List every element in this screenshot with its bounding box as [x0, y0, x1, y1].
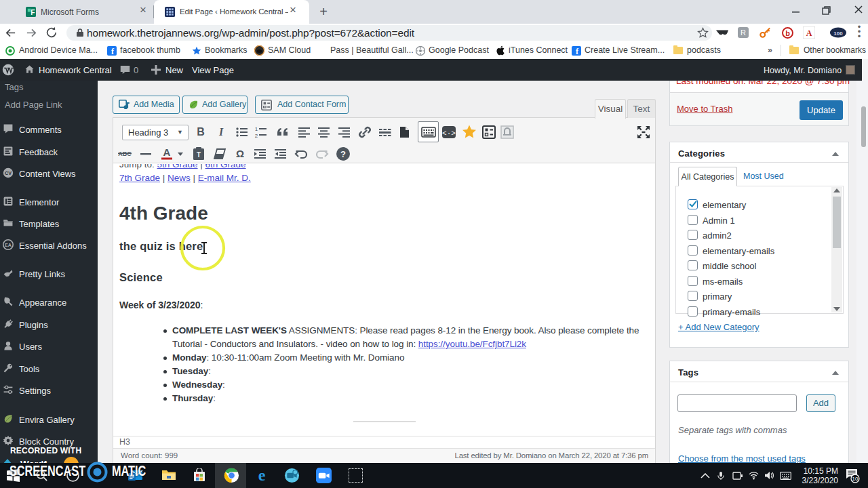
svg-text:1: 1 — [255, 126, 258, 132]
svg-text:A: A — [163, 146, 171, 158]
svg-text:A: A — [806, 28, 812, 38]
svg-text:T: T — [197, 151, 201, 159]
svg-text:R: R — [741, 28, 746, 37]
svg-text:EA: EA — [5, 242, 12, 248]
svg-text:<·>: <·> — [442, 129, 456, 138]
svg-text:b: b — [785, 29, 790, 37]
svg-text:CV: CV — [5, 170, 12, 176]
svg-text:F: F — [31, 9, 35, 16]
svg-text:2: 2 — [255, 133, 258, 139]
svg-text:10: 10 — [852, 476, 859, 482]
svg-text:?: ? — [340, 149, 346, 159]
svg-text:B: B — [197, 126, 205, 138]
svg-text:I: I — [218, 126, 224, 138]
svg-text:100: 100 — [833, 30, 843, 37]
svg-text:Ω: Ω — [236, 148, 244, 159]
svg-text:e: e — [258, 467, 266, 483]
